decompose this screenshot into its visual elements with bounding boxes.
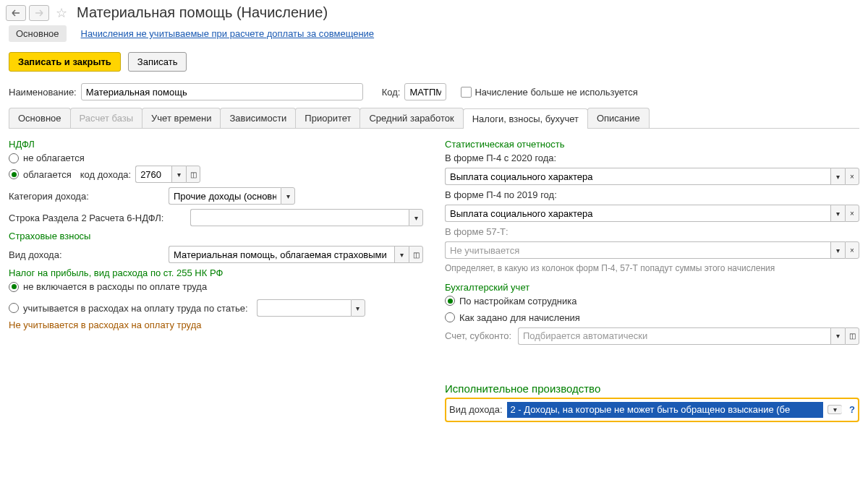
enforcement-highlight: Вид дохода: 2 - Доходы, на которые не мо… bbox=[445, 398, 859, 422]
tab-description[interactable]: Описание bbox=[587, 108, 650, 128]
code-label: Код: bbox=[382, 87, 401, 98]
enforcement-type-input[interactable]: 2 - Доходы, на которые не может быть обр… bbox=[507, 402, 824, 418]
accounting-account-input bbox=[518, 327, 830, 345]
ndfl-section-title: НДФЛ bbox=[9, 139, 423, 150]
ndfl-category-label: Категория дохода: bbox=[9, 191, 164, 202]
code-input[interactable] bbox=[404, 83, 446, 100]
ndfl-taxed-label: облагается bbox=[23, 169, 72, 180]
not-used-checkbox[interactable] bbox=[461, 87, 472, 98]
name-input[interactable] bbox=[81, 83, 363, 100]
arrow-left-icon bbox=[12, 9, 20, 17]
ndfl-code-dropdown[interactable]: ▾ bbox=[171, 166, 186, 183]
nav-forward-button[interactable] bbox=[29, 5, 49, 21]
tab-base-calc[interactable]: Расчет базы bbox=[70, 108, 143, 128]
name-label: Наименование: bbox=[9, 87, 77, 98]
profit-included-radio[interactable] bbox=[9, 303, 19, 313]
accounting-by-employee-radio[interactable] bbox=[445, 296, 455, 306]
insurance-type-open[interactable]: ◫ bbox=[409, 246, 423, 263]
profit-section-title: Налог на прибыль, вид расхода по ст. 255… bbox=[9, 267, 423, 278]
stats-p4-2020-clear[interactable]: × bbox=[845, 168, 859, 185]
accounting-account-dropdown: ▾ bbox=[830, 327, 845, 345]
tab-time[interactable]: Учет времени bbox=[142, 108, 221, 128]
nav-back-button[interactable] bbox=[6, 5, 26, 21]
ndfl-section2-dropdown[interactable]: ▾ bbox=[409, 209, 423, 226]
accounting-account-label: Счет, субконто: bbox=[445, 330, 514, 341]
stats-p4-2020-input[interactable] bbox=[445, 168, 830, 185]
main-tab-exclusions-link[interactable]: Начисления не учитываемые при расчете до… bbox=[81, 28, 375, 39]
profit-info-text: Не учитывается в расходах на оплату труд… bbox=[9, 320, 423, 330]
ndfl-section2-label: Строка Раздела 2 Расчета 6-НДФЛ: bbox=[9, 213, 186, 223]
stats-57t-label: В форме 57-Т: bbox=[445, 226, 859, 237]
ndfl-section2-input[interactable] bbox=[190, 209, 409, 226]
profit-included-label: учитывается в расходах на оплату труда п… bbox=[23, 303, 248, 314]
accounting-section-title: Бухгалтерский учет bbox=[445, 282, 859, 293]
main-tab-basic[interactable]: Основное bbox=[9, 25, 67, 42]
insurance-section-title: Страховые взносы bbox=[9, 231, 423, 241]
save-button[interactable]: Записать bbox=[128, 52, 187, 72]
stats-hint: Определяет, в какую из колонок форм П-4,… bbox=[445, 263, 859, 275]
accounting-account-open: ◫ bbox=[845, 327, 859, 345]
not-used-label: Начисление больше не используется bbox=[475, 87, 637, 98]
accounting-as-set-radio[interactable] bbox=[445, 312, 455, 322]
ndfl-category-dropdown[interactable]: ▾ bbox=[281, 187, 295, 205]
insurance-type-input[interactable] bbox=[169, 246, 394, 263]
stats-p4-2019-clear[interactable]: × bbox=[845, 205, 859, 222]
page-title: Материальная помощь (Начисление) bbox=[77, 4, 328, 21]
profit-article-dropdown[interactable]: ▾ bbox=[351, 299, 365, 317]
profit-article-input[interactable] bbox=[257, 299, 351, 317]
help-icon[interactable]: ? bbox=[849, 404, 855, 415]
stats-section-title: Статистическая отчетность bbox=[445, 139, 859, 150]
stats-p4-2019-dropdown[interactable]: ▾ bbox=[830, 205, 845, 222]
stats-p4-2020-label: В форме П-4 с 2020 года: bbox=[445, 153, 859, 163]
stats-57t-clear: × bbox=[845, 241, 859, 259]
accounting-as-set-label: Как задано для начисления bbox=[459, 312, 580, 323]
tab-deps[interactable]: Зависимости bbox=[220, 108, 296, 128]
ndfl-code-open[interactable]: ◫ bbox=[186, 166, 200, 183]
stats-57t-input bbox=[445, 241, 830, 259]
insurance-type-dropdown[interactable]: ▾ bbox=[394, 246, 409, 263]
tab-taxes[interactable]: Налоги, взносы, бухучет bbox=[463, 108, 588, 129]
stats-p4-2020-dropdown[interactable]: ▾ bbox=[830, 168, 845, 185]
ndfl-code-label: код дохода: bbox=[80, 169, 131, 180]
ndfl-code-input[interactable] bbox=[135, 166, 171, 183]
tab-priority[interactable]: Приоритет bbox=[295, 108, 360, 128]
tab-basic[interactable]: Основное bbox=[9, 108, 71, 128]
stats-57t-dropdown: ▾ bbox=[830, 241, 845, 259]
favorite-star-icon[interactable]: ☆ bbox=[54, 5, 69, 21]
profit-not-included-radio[interactable] bbox=[9, 282, 19, 292]
ndfl-taxed-radio[interactable] bbox=[9, 169, 19, 179]
profit-not-included-label: не включается в расходы по оплате труда bbox=[23, 281, 207, 292]
ndfl-not-taxed-label: не облагается bbox=[23, 153, 85, 163]
ndfl-not-taxed-radio[interactable] bbox=[9, 153, 19, 163]
enforcement-type-label: Вид дохода: bbox=[449, 404, 503, 415]
enforcement-type-dropdown[interactable]: ▾ bbox=[827, 405, 842, 414]
stats-p4-2019-label: В форме П-4 по 2019 год: bbox=[445, 189, 859, 200]
enforcement-section-title: Исполнительное производство bbox=[445, 382, 859, 395]
arrow-right-icon bbox=[35, 9, 43, 17]
accounting-by-employee-label: По настройкам сотрудника bbox=[459, 296, 576, 307]
save-and-close-button[interactable]: Записать и закрыть bbox=[9, 52, 121, 72]
stats-p4-2019-input[interactable] bbox=[445, 205, 830, 222]
insurance-type-label: Вид дохода: bbox=[9, 249, 164, 260]
tab-avg-salary[interactable]: Средний заработок bbox=[359, 108, 463, 128]
ndfl-category-input[interactable] bbox=[169, 187, 281, 205]
